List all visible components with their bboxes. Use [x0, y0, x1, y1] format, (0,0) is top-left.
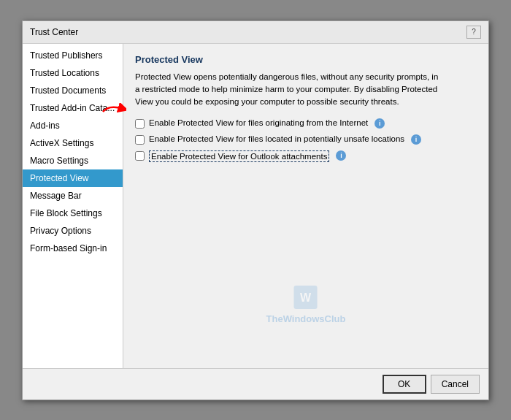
watermark-icon: W — [293, 284, 319, 310]
sidebar-item-file-block-settings[interactable]: File Block Settings — [23, 205, 123, 222]
pv-outlook-label: Enable Protected View for Outlook attach… — [149, 150, 329, 162]
sidebar-item-message-bar[interactable]: Message Bar — [23, 187, 123, 205]
checkbox-row-internet: Enable Protected View for files originat… — [135, 118, 477, 129]
title-bar: Trust Center ? — [23, 21, 488, 44]
sidebar-item-add-ins[interactable]: Add-ins — [23, 117, 123, 134]
pv-unsafe-label: Enable Protected View for files located … — [149, 134, 404, 143]
pv-unsafe-info-icon[interactable]: i — [411, 134, 421, 145]
dialog-footer: OK Cancel — [23, 368, 488, 400]
cancel-button[interactable]: Cancel — [431, 375, 480, 394]
sidebar-item-form-based-sign-in[interactable]: Form-based Sign-in — [23, 240, 123, 257]
sidebar-item-macro-settings[interactable]: Macro Settings — [23, 152, 123, 169]
content-title: Protected View — [135, 54, 477, 65]
sidebar: Trusted PublishersTrusted LocationsTrust… — [23, 44, 123, 368]
pv-unsafe-checkbox[interactable] — [135, 135, 145, 145]
sidebar-item-trusted-documents[interactable]: Trusted Documents — [23, 82, 123, 99]
content-area: Protected View Protected View opens pote… — [123, 44, 488, 368]
title-bar-controls: ? — [466, 26, 481, 39]
sidebar-item-trusted-locations[interactable]: Trusted Locations — [23, 64, 123, 82]
watermark: W TheWindowsClub — [266, 284, 346, 324]
checkbox-row-unsafe: Enable Protected View for files located … — [135, 134, 477, 145]
pv-internet-label: Enable Protected View for files originat… — [149, 118, 368, 127]
pv-internet-checkbox[interactable] — [135, 119, 145, 129]
content-description: Protected View opens potentially dangero… — [135, 71, 442, 109]
trust-center-dialog: Trust Center ? Trusted PublishersTrusted… — [22, 20, 489, 400]
sidebar-item-trusted-publishers[interactable]: Trusted Publishers — [23, 47, 123, 64]
pv-internet-info-icon[interactable]: i — [374, 118, 385, 129]
sidebar-item-activex-settings[interactable]: ActiveX Settings — [23, 134, 123, 152]
dialog-title: Trust Center — [30, 27, 78, 37]
svg-text:W: W — [300, 291, 312, 304]
watermark-text: TheWindowsClub — [266, 313, 346, 324]
pv-outlook-info-icon[interactable]: i — [336, 150, 346, 161]
help-button[interactable]: ? — [466, 26, 481, 39]
sidebar-item-protected-view[interactable]: Protected View — [23, 169, 123, 187]
sidebar-item-trusted-add-in-catalogs[interactable]: Trusted Add-in Cata... — [23, 99, 123, 117]
dialog-body: Trusted PublishersTrusted LocationsTrust… — [23, 44, 488, 368]
pv-outlook-checkbox[interactable] — [135, 151, 145, 161]
sidebar-item-privacy-options[interactable]: Privacy Options — [23, 222, 123, 240]
checkbox-row-outlook: Enable Protected View for Outlook attach… — [135, 150, 477, 162]
ok-button[interactable]: OK — [383, 375, 426, 394]
